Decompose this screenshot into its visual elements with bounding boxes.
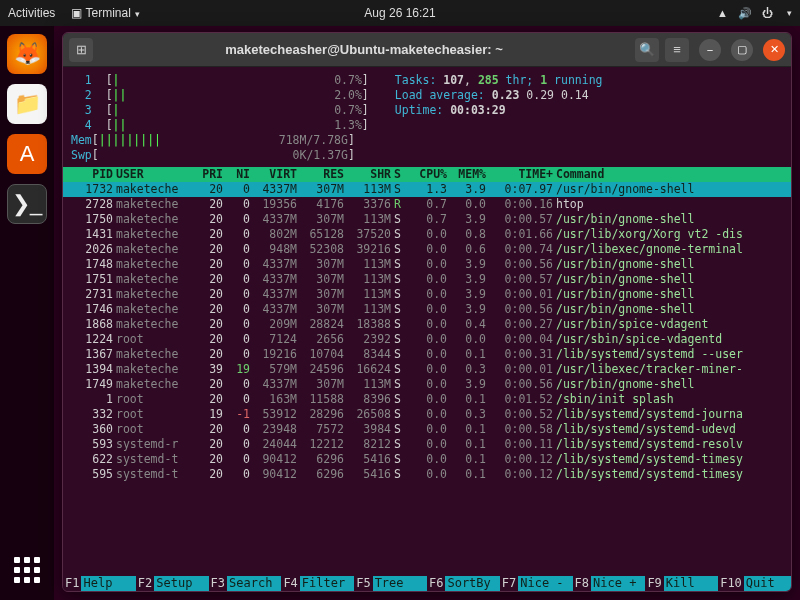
maximize-button[interactable]: ▢ (731, 39, 753, 61)
table-row[interactable]: 1394maketeche3919579M2459616624S0.00.30:… (63, 362, 791, 377)
fnkey-F10[interactable]: F10Quit (718, 576, 791, 591)
system-info: Tasks: 107, 285 thr; 1 running Load aver… (395, 73, 603, 133)
fnkey-F8[interactable]: F8Nice + (573, 576, 646, 591)
files-icon[interactable]: 📁 (7, 84, 47, 124)
dock: 🦊 📁 A ❯_ (0, 26, 54, 600)
mem-meter: Mem[||||||||| 718M/7.78G] (71, 133, 783, 148)
firefox-icon[interactable]: 🦊 (7, 34, 47, 74)
close-button[interactable]: ✕ (763, 39, 785, 61)
table-row[interactable]: 1868maketeche200209M2882418388S0.00.40:0… (63, 317, 791, 332)
terminal-body[interactable]: 1 [| 0.7%] 2 [|| 2.0%] 3 [| 0.7%] 4 [|| … (63, 67, 791, 591)
table-row[interactable]: 1748maketeche2004337M307M113MS0.03.90:00… (63, 257, 791, 272)
table-row[interactable]: 1224root200712426562392S0.00.00:00.04/us… (63, 332, 791, 347)
volume-icon[interactable]: 🔊 (738, 7, 752, 20)
new-tab-button[interactable]: ⊞ (69, 38, 93, 62)
table-row[interactable]: 1732maketeche2004337M307M113MS1.33.90:07… (63, 182, 791, 197)
table-row[interactable]: 1367maketeche20019216107048344S0.00.10:0… (63, 347, 791, 362)
cpu-meters: 1 [| 0.7%] 2 [|| 2.0%] 3 [| 0.7%] 4 [|| … (71, 73, 369, 133)
table-row[interactable]: 622systemd-t2009041262965416S0.00.10:00.… (63, 452, 791, 467)
activities-button[interactable]: Activities (8, 6, 55, 20)
terminal-icon[interactable]: ❯_ (7, 184, 47, 224)
gnome-topbar: Activities ▣ Terminal▾ Aug 26 16:21 ▲ 🔊 … (0, 0, 800, 26)
table-row[interactable]: 2731maketeche2004337M307M113MS0.03.90:00… (63, 287, 791, 302)
table-row[interactable]: 1749maketeche2004337M307M113MS0.03.90:00… (63, 377, 791, 392)
fnkey-F2[interactable]: F2Setup (136, 576, 209, 591)
table-row[interactable]: 1root200163M115888396S0.00.10:01.52/sbin… (63, 392, 791, 407)
table-row[interactable]: 2728maketeche2001935641763376R0.70.00:00… (63, 197, 791, 212)
search-button[interactable]: 🔍 (635, 38, 659, 62)
fnkey-F5[interactable]: F5Tree (354, 576, 427, 591)
clock[interactable]: Aug 26 16:21 (364, 6, 435, 20)
app-menu[interactable]: ▣ Terminal▾ (71, 6, 139, 20)
table-row[interactable]: 1750maketeche2004337M307M113MS0.73.90:00… (63, 212, 791, 227)
process-list[interactable]: 1732maketeche2004337M307M113MS1.33.90:07… (71, 182, 783, 482)
system-menu-chevron[interactable]: ▾ (787, 8, 792, 18)
menu-button[interactable]: ≡ (665, 38, 689, 62)
titlebar[interactable]: ⊞ maketecheasher@Ubuntu-maketecheasier: … (63, 33, 791, 67)
software-icon[interactable]: A (7, 134, 47, 174)
network-icon[interactable]: ▲ (717, 7, 728, 19)
table-row[interactable]: 332root19-1539122829626508S0.00.30:00.52… (63, 407, 791, 422)
function-keys: F1HelpF2SetupF3SearchF4FilterF5TreeF6Sor… (63, 576, 791, 591)
window-title: maketecheasher@Ubuntu-maketecheasier: ~ (99, 42, 629, 57)
table-row[interactable]: 595systemd-t2009041262965416S0.00.10:00.… (63, 467, 791, 482)
table-row[interactable]: 1746maketeche2004337M307M113MS0.03.90:00… (63, 302, 791, 317)
swap-meter: Swp[ 0K/1.37G] (71, 148, 783, 163)
process-header[interactable]: PIDUSERPRINIVIRTRESSHRSCPU%MEM%TIME+Comm… (63, 167, 791, 182)
table-row[interactable]: 1431maketeche200802M6512837520S0.00.80:0… (63, 227, 791, 242)
fnkey-F1[interactable]: F1Help (63, 576, 136, 591)
show-apps-icon[interactable] (7, 550, 47, 590)
minimize-button[interactable]: − (699, 39, 721, 61)
terminal-window: ⊞ maketecheasher@Ubuntu-maketecheasier: … (62, 32, 792, 592)
table-row[interactable]: 593systemd-r20024044122128212S0.00.10:00… (63, 437, 791, 452)
fnkey-F3[interactable]: F3Search (209, 576, 282, 591)
fnkey-F7[interactable]: F7Nice - (500, 576, 573, 591)
fnkey-F6[interactable]: F6SortBy (427, 576, 500, 591)
table-row[interactable]: 1751maketeche2004337M307M113MS0.03.90:00… (63, 272, 791, 287)
fnkey-F4[interactable]: F4Filter (281, 576, 354, 591)
fnkey-F9[interactable]: F9Kill (645, 576, 718, 591)
power-icon[interactable]: ⏻ (762, 7, 773, 19)
table-row[interactable]: 2026maketeche200948M5230839216S0.00.60:0… (63, 242, 791, 257)
table-row[interactable]: 360root2002394875723984S0.00.10:00.58/li… (63, 422, 791, 437)
